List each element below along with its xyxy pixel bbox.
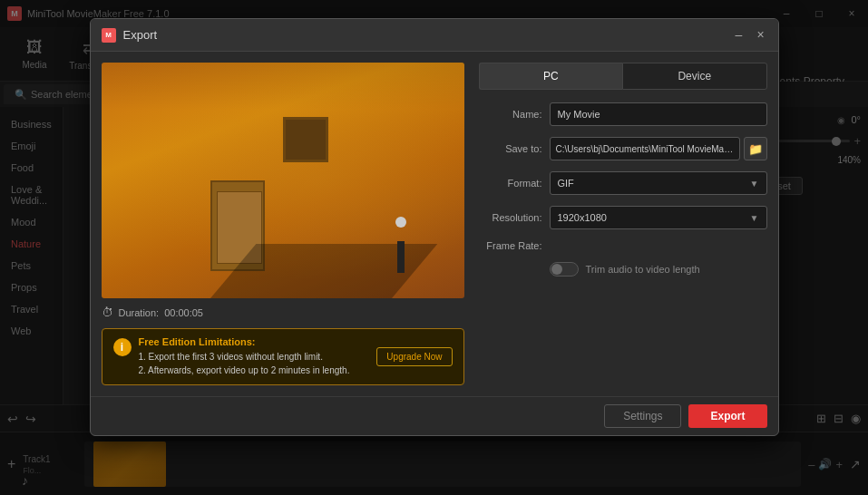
trim-toggle[interactable] — [550, 262, 579, 277]
trim-toggle-row: Trim audio to video length — [550, 262, 767, 277]
modal-header: M Export – × — [91, 19, 778, 52]
trim-label: Trim audio to video length — [586, 264, 700, 275]
preview-duration: ⏱ Duration: 00:00:05 — [102, 306, 464, 319]
upgrade-now-btn[interactable]: Upgrade Now — [376, 347, 452, 366]
warning-box: i Free Edition Limitations: 1. Export th… — [102, 328, 464, 385]
name-input[interactable] — [550, 102, 767, 126]
person-head — [395, 217, 406, 228]
wall-window — [283, 117, 328, 162]
warning-content: Free Edition Limitations: 1. Export the … — [139, 336, 370, 377]
modal-overlay: M Export – × — [0, 0, 868, 495]
settings-section: PC Device Name: Save to: 📁 — [479, 63, 767, 385]
format-chevron-icon: ▼ — [750, 179, 759, 189]
format-row: Format: GIF ▼ — [479, 171, 767, 195]
modal-footer: Settings Export — [91, 396, 778, 435]
warning-icon: i — [113, 338, 132, 356]
name-label: Name: — [479, 109, 542, 120]
duration-icon: ⏱ — [102, 306, 113, 319]
framerate-label: Frame Rate: — [479, 240, 542, 251]
resolution-label: Resolution: — [479, 212, 542, 223]
resolution-value: 1920x1080 — [558, 212, 607, 223]
format-select[interactable]: GIF ▼ — [550, 171, 767, 195]
walking-person — [392, 217, 410, 280]
duration-value: 00:00:05 — [164, 307, 203, 318]
saveto-label: Save to: — [479, 143, 542, 154]
person-body — [397, 241, 405, 273]
modal-title: Export — [123, 28, 158, 42]
duration-label: Duration: — [119, 307, 160, 318]
modal-minimize-btn[interactable]: – — [729, 24, 749, 44]
saveto-input[interactable] — [550, 137, 740, 160]
warning-title: Free Edition Limitations: — [139, 336, 370, 347]
framerate-row: Frame Rate: — [479, 240, 767, 251]
format-value: GIF — [558, 178, 574, 189]
pc-tab[interactable]: PC — [479, 63, 623, 90]
modal-body: ⏱ Duration: 00:00:05 i Free Edition Limi… — [91, 52, 778, 396]
path-row: 📁 — [550, 137, 767, 160]
format-label: Format: — [479, 178, 542, 189]
toggle-knob — [551, 264, 562, 275]
saveto-row: Save to: 📁 — [479, 137, 767, 160]
preview-image — [102, 63, 464, 298]
preview-section: ⏱ Duration: 00:00:05 i Free Edition Limi… — [102, 63, 464, 385]
name-row: Name: — [479, 102, 767, 126]
device-tab[interactable]: Device — [622, 63, 767, 90]
modal-icon: M — [102, 28, 116, 43]
warning-line1: 1. Export the first 3 videos without len… — [139, 350, 370, 364]
resolution-row: Resolution: 1920x1080 ▼ — [479, 206, 767, 229]
export-modal: M Export – × — [90, 18, 779, 436]
warning-line2: 2. Afterwards, export video up to 2 minu… — [139, 364, 370, 377]
modal-close-btn[interactable]: × — [751, 24, 771, 44]
export-action-btn[interactable]: Export — [688, 404, 766, 428]
settings-button[interactable]: Settings — [604, 404, 681, 428]
pc-device-tabs: PC Device — [479, 63, 767, 90]
folder-browse-btn[interactable]: 📁 — [744, 137, 767, 160]
resolution-select[interactable]: 1920x1080 ▼ — [550, 206, 767, 229]
resolution-chevron-icon: ▼ — [750, 213, 759, 223]
